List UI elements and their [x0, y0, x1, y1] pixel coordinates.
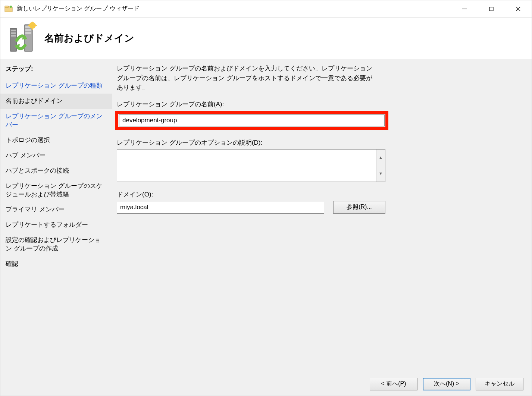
main-panel: レプリケーション グループの名前およびドメインを入力してください。レプリケーショ…	[112, 59, 532, 372]
group-desc-label: レプリケーション グループのオプションの説明(D):	[115, 138, 524, 147]
step-item-3: トポロジの選択	[0, 133, 112, 148]
window-title: 新しいレプリケーション グループ ウィザード	[17, 5, 451, 13]
instruction-text: レプリケーション グループの名前およびドメインを入力してください。レプリケーショ…	[115, 64, 391, 100]
group-name-input[interactable]	[119, 114, 385, 126]
highlight-box	[115, 111, 388, 130]
next-button[interactable]: 次へ(N) >	[423, 378, 470, 390]
svg-rect-14	[25, 32, 31, 34]
page-title: 名前およびドメイン	[44, 32, 134, 45]
svg-rect-8	[11, 30, 16, 31]
steps-sidebar: ステップ: レプリケーション グループの種類名前およびドメインレプリケーション …	[0, 59, 112, 372]
titlebar: 新しいレプリケーション グループ ウィザード	[0, 0, 532, 18]
maximize-button[interactable]	[478, 0, 505, 17]
steps-heading: ステップ:	[0, 62, 112, 78]
step-item-1: 名前およびドメイン	[0, 94, 112, 109]
cancel-button[interactable]: キャンセル	[476, 378, 523, 390]
domain-field: ドメイン(O): 参照(R)...	[115, 190, 524, 214]
scroll-up-icon[interactable]: ▲	[376, 150, 385, 166]
scroll-down-icon[interactable]: ▼	[376, 166, 385, 182]
back-button[interactable]: < 前へ(P)	[370, 378, 417, 390]
step-item-2[interactable]: レプリケーション グループのメンバー	[0, 109, 112, 133]
wizard-icon	[4, 4, 13, 13]
browse-button[interactable]: 参照(R)...	[333, 201, 385, 214]
svg-point-17	[29, 22, 36, 29]
footer-nav: < 前へ(P) 次へ(N) > キャンセル	[0, 372, 532, 396]
minimize-button[interactable]	[451, 0, 478, 17]
step-item-9: 設定の確認およびレプリケーション グループの作成	[0, 233, 112, 257]
window-controls	[451, 0, 532, 17]
group-desc-wrap: ▲ ▼	[117, 149, 385, 182]
page-header: 名前およびドメイン	[0, 18, 532, 59]
svg-rect-10	[11, 35, 16, 37]
domain-label: ドメイン(O):	[115, 190, 524, 199]
replication-icon	[7, 22, 37, 55]
group-desc-field: レプリケーション グループのオプションの説明(D): ▲ ▼	[115, 138, 524, 182]
step-item-10: 確認	[0, 257, 112, 272]
step-item-7: プライマリ メンバー	[0, 202, 112, 217]
group-desc-input[interactable]	[117, 150, 376, 182]
step-item-5: ハブとスポークの接続	[0, 163, 112, 179]
svg-point-2	[10, 6, 12, 8]
svg-rect-4	[489, 7, 493, 11]
domain-input[interactable]	[117, 201, 324, 214]
svg-rect-13	[25, 29, 31, 31]
close-button[interactable]	[505, 0, 532, 17]
group-name-label: レプリケーション グループの名前(A):	[115, 100, 524, 109]
svg-rect-9	[11, 32, 16, 34]
desc-scrollbar: ▲ ▼	[376, 150, 385, 182]
step-item-0[interactable]: レプリケーション グループの種類	[0, 78, 112, 94]
step-item-6: レプリケーション グループのスケジュールおよび帯域幅	[0, 179, 112, 202]
group-name-field: レプリケーション グループの名前(A):	[115, 100, 524, 130]
content-area: ステップ: レプリケーション グループの種類名前およびドメインレプリケーション …	[0, 59, 532, 372]
svg-rect-1	[5, 6, 9, 7]
step-item-4: ハブ メンバー	[0, 148, 112, 163]
step-item-8: レプリケートするフォルダー	[0, 217, 112, 233]
